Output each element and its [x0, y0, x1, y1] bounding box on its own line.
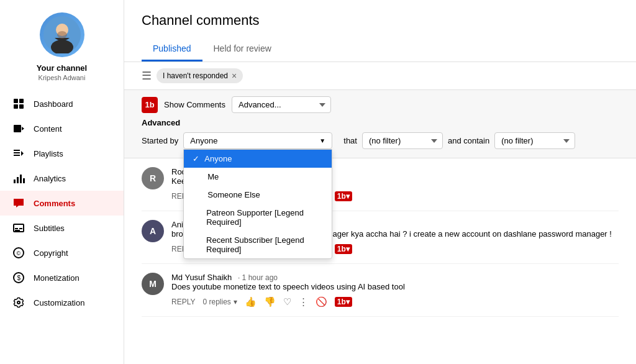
more-icon[interactable]: ⋮ [299, 296, 308, 307]
comment-text: Does youtube monetize text to speech vid… [171, 282, 619, 291]
avatar: A [142, 220, 164, 242]
chevron-down-icon: ▼ [319, 137, 325, 144]
filter-icon[interactable]: ☰ [142, 69, 152, 83]
comment-icon [12, 197, 25, 209]
avatar [40, 12, 84, 57]
svg-rect-16 [20, 175, 22, 183]
playlist-icon [12, 147, 25, 160]
hide-icon[interactable]: 🚫 [316, 296, 327, 307]
filter-chip-responded[interactable]: I haven't responded × [157, 68, 243, 83]
svg-rect-17 [23, 178, 25, 183]
video-icon [12, 122, 25, 135]
sidebar-item-comments[interactable]: Comments [0, 191, 124, 216]
channel-subtitle: Kripesh Adwani [39, 74, 86, 81]
filter2-select[interactable]: (no filter) [494, 132, 575, 149]
svg-rect-21 [15, 230, 20, 231]
copyright-icon: © [12, 247, 25, 259]
sidebar-label-copyright: Copyright [34, 248, 68, 258]
filter1-label: that [343, 136, 357, 145]
show-comments-select[interactable]: Advanced... [232, 96, 331, 113]
analytics-icon [12, 172, 25, 184]
grid-icon [12, 98, 25, 110]
show-comments-label: Show Comments [164, 100, 225, 109]
tab-published[interactable]: Published [142, 37, 202, 61]
sidebar-item-subtitles[interactable]: Subtitles [0, 216, 124, 240]
brand-logo: 1b [142, 97, 158, 113]
like-icon[interactable]: 👍 [245, 296, 257, 307]
sidebar-label-analytics: Analytics [34, 174, 66, 183]
svg-rect-7 [19, 104, 24, 109]
sidebar-nav: Dashboard Content Playlists Analytics [0, 91, 124, 315]
advanced-label: Advanced [142, 118, 619, 127]
brand-action-icon[interactable]: 1b▾ [335, 244, 352, 254]
sidebar-label-comments: Comments [34, 199, 75, 208]
dropdown-trigger[interactable]: Anyone ▼ [183, 132, 332, 149]
chip-label: I haven't responded [163, 71, 228, 80]
checkmark-icon: ✓ [193, 154, 199, 163]
avatar: M [142, 273, 164, 295]
dropdown-option-anyone[interactable]: ✓ Anyone [184, 150, 332, 168]
replies-toggle[interactable]: 0 replies ▾ [202, 298, 237, 306]
dropdown-option-recent-sub[interactable]: Recent Subscriber [Legend Required] [184, 231, 332, 258]
dropdown-selected-value: Anyone [190, 136, 217, 145]
svg-rect-6 [14, 104, 18, 109]
svg-rect-4 [14, 99, 18, 103]
svg-rect-10 [14, 150, 20, 151]
page-title: Channel comments [142, 12, 619, 29]
filter2-label: and contain [448, 136, 489, 145]
comment-header: Md Yusuf Shaikh · 1 hour ago [171, 273, 619, 282]
heart-icon[interactable]: ♡ [283, 296, 291, 307]
svg-marker-13 [21, 151, 24, 156]
svg-text:©: © [17, 250, 21, 257]
sidebar-item-monetization[interactable]: $ Monetization [0, 265, 124, 290]
svg-rect-20 [19, 228, 22, 229]
sidebar-item-dashboard[interactable]: Dashboard [0, 91, 124, 116]
tab-held[interactable]: Held for review [202, 37, 283, 61]
sidebar-label-playlists: Playlists [34, 149, 63, 158]
filter-bar: ☰ I haven't responded × [124, 62, 636, 90]
sidebar-item-analytics[interactable]: Analytics [0, 166, 124, 191]
settings-icon [12, 296, 25, 309]
sidebar-item-copyright[interactable]: © Copyright [0, 240, 124, 265]
svg-text:$: $ [17, 275, 21, 281]
dropdown-option-me[interactable]: Me [184, 168, 332, 186]
svg-rect-11 [14, 152, 20, 153]
started-by-label: Started by [142, 136, 178, 145]
svg-rect-14 [14, 180, 16, 183]
monetization-icon: $ [12, 271, 25, 284]
brand-action-icon[interactable]: 1b▾ [335, 297, 352, 307]
comment-actions: REPLY 0 replies ▾ 👍 👎 ♡ ⋮ 🚫 1b▾ [171, 296, 619, 307]
advanced-panel: 1b Show Comments Advanced... Advanced St… [124, 90, 636, 158]
svg-rect-12 [14, 155, 20, 156]
sidebar-item-playlists[interactable]: Playlists [0, 141, 124, 166]
sidebar-label-monetization: Monetization [34, 273, 80, 283]
svg-point-3 [57, 31, 67, 39]
avatar: R [142, 167, 164, 189]
sidebar-label-content: Content [34, 124, 62, 134]
show-comments-row: 1b Show Comments Advanced... [142, 96, 619, 113]
svg-rect-5 [19, 99, 24, 103]
comment-body: Md Yusuf Shaikh · 1 hour ago Does youtub… [171, 273, 619, 307]
dropdown-option-patreon[interactable]: Patreon Supporter [Legend Required] [184, 204, 332, 231]
reply-button[interactable]: REPLY [171, 298, 195, 306]
svg-marker-9 [22, 127, 24, 130]
comment-time: · 1 hour ago [238, 273, 278, 282]
started-by-row: Started by Anyone ▼ ✓ Anyone Me [142, 132, 619, 149]
sidebar-label-dashboard: Dashboard [34, 99, 73, 109]
tabs: Published Held for review [142, 37, 619, 61]
main-content: Channel comments Published Held for revi… [124, 0, 636, 364]
sidebar-item-customization[interactable]: Customization [0, 290, 124, 315]
main-header: Channel comments Published Held for revi… [124, 0, 636, 62]
dislike-icon[interactable]: 👎 [264, 296, 276, 307]
dropdown-option-someone-else[interactable]: Someone Else [184, 186, 332, 204]
svg-rect-19 [15, 228, 18, 229]
comment-author: Md Yusuf Shaikh [171, 273, 232, 282]
chip-close-icon[interactable]: × [232, 71, 237, 81]
chevron-down-icon: ▾ [234, 298, 237, 306]
sidebar-item-content[interactable]: Content [0, 116, 124, 141]
sidebar-label-customization: Customization [34, 298, 84, 307]
brand-action-icon[interactable]: 1b▾ [335, 191, 352, 201]
started-by-dropdown[interactable]: Anyone ▼ ✓ Anyone Me Someone Else [183, 132, 332, 149]
subtitles-icon [12, 222, 25, 234]
filter1-select[interactable]: (no filter) [362, 132, 443, 149]
